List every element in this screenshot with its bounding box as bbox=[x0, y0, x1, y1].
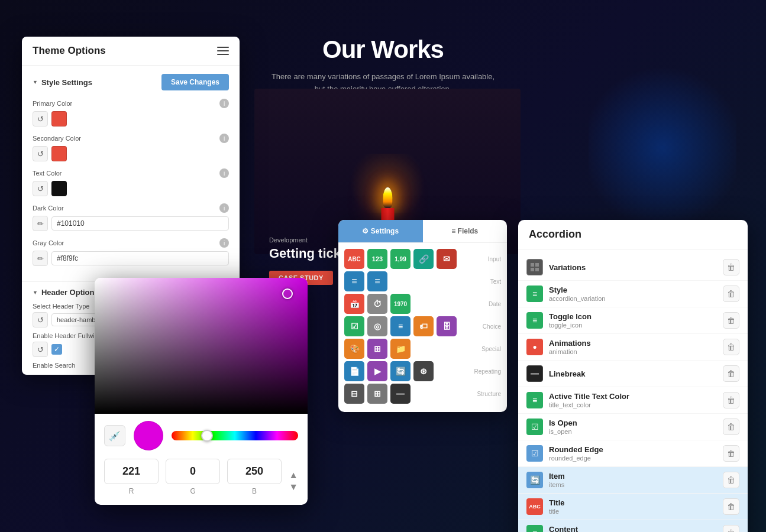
text-color-swatch[interactable] bbox=[51, 181, 67, 196]
dark-color-hex-input[interactable] bbox=[51, 216, 229, 231]
hue-slider[interactable] bbox=[172, 431, 298, 440]
field-choice-row: ☑ ◎ ≡ 🏷 🗄 Choice bbox=[344, 316, 501, 336]
content-delete-button[interactable]: 🗑 bbox=[723, 525, 739, 532]
field-icon-repeat[interactable]: 🔄 bbox=[390, 361, 411, 381]
field-icon-select[interactable]: ≡ bbox=[390, 316, 411, 336]
accordion-item-variations[interactable]: Variations 🗑 bbox=[518, 254, 748, 281]
rgb-decrement-icon[interactable]: ▼ bbox=[289, 482, 298, 492]
primary-color-reset-button[interactable]: ↺ bbox=[33, 111, 48, 126]
toggle-icon-name: Toggle Icon bbox=[549, 312, 717, 321]
rgb-b-input[interactable] bbox=[227, 459, 282, 484]
dark-color-info-icon[interactable]: i bbox=[219, 203, 229, 213]
color-picker-gradient[interactable] bbox=[95, 278, 308, 414]
fullwidth-checkbox[interactable]: ✓ bbox=[51, 344, 62, 355]
variations-delete-button[interactable]: 🗑 bbox=[723, 259, 739, 275]
secondary-color-reset-button[interactable]: ↺ bbox=[33, 146, 48, 161]
header-type-reset-button[interactable]: ↺ bbox=[33, 312, 48, 327]
animations-delete-button[interactable]: 🗑 bbox=[723, 339, 739, 355]
field-icon-tag[interactable]: 🏷 bbox=[413, 316, 434, 336]
accordion-item-item[interactable]: 🔄 Item items 🗑 bbox=[518, 467, 748, 494]
field-section-label-text: Text bbox=[490, 278, 501, 285]
title-sub: title bbox=[549, 508, 717, 515]
field-icon-matrix[interactable]: ⊞ bbox=[367, 339, 387, 359]
title-name: Title bbox=[549, 498, 717, 507]
dark-color-edit-button[interactable]: ✏ bbox=[33, 216, 48, 231]
dark-color-label: Dark Color bbox=[33, 205, 64, 212]
primary-color-swatch[interactable] bbox=[51, 111, 67, 126]
gray-color-hex-input[interactable] bbox=[51, 251, 229, 265]
field-icon-struct1[interactable]: ⊟ bbox=[344, 384, 364, 404]
field-icon-video[interactable]: ▶ bbox=[367, 361, 387, 381]
theme-panel-title: Theme Options bbox=[33, 45, 106, 57]
rgb-r-input[interactable] bbox=[104, 459, 159, 484]
rounded-edge-delete-button[interactable]: 🗑 bbox=[723, 445, 739, 462]
field-icon-file[interactable]: 📁 bbox=[390, 339, 411, 359]
fullwidth-reset-button[interactable]: ↺ bbox=[33, 342, 48, 357]
rgb-g-input[interactable] bbox=[166, 459, 220, 484]
field-icon-struct3[interactable]: — bbox=[390, 384, 411, 404]
rgb-increment-icon[interactable]: ▲ bbox=[289, 471, 298, 480]
rounded-edge-name: Rounded Edge bbox=[549, 445, 717, 454]
accordion-item-style[interactable]: ≡ Style accordion_variation 🗑 bbox=[518, 281, 748, 307]
accordion-item-toggle-icon[interactable]: ≡ Toggle Icon toggle_icon 🗑 bbox=[518, 307, 748, 334]
style-delete-button[interactable]: 🗑 bbox=[723, 286, 739, 302]
save-changes-button[interactable]: Save Changes bbox=[161, 74, 229, 90]
accordion-item-is-open[interactable]: ☑ Is Open is_open 🗑 bbox=[518, 414, 748, 440]
dark-color-row: Dark Color i ✏ bbox=[33, 203, 229, 231]
secondary-color-info-icon[interactable]: i bbox=[219, 134, 229, 143]
field-icon-123[interactable]: 123 bbox=[367, 249, 387, 269]
fields-tabs: ⚙ Settings ≡ Fields bbox=[338, 220, 507, 243]
text-color-reset-button[interactable]: ↺ bbox=[33, 181, 48, 196]
accordion-item-title[interactable]: ABC Title title 🗑 bbox=[518, 494, 748, 520]
field-icon-db[interactable]: 🗄 bbox=[437, 316, 457, 336]
field-icon-link[interactable]: 🔗 bbox=[413, 249, 434, 269]
accordion-item-content[interactable]: ≡ Content text 🗑 bbox=[518, 520, 748, 532]
field-icon-text1[interactable]: ≡ bbox=[344, 271, 364, 291]
primary-color-info-icon[interactable]: i bbox=[219, 99, 229, 108]
field-icon-color[interactable]: 🎨 bbox=[344, 339, 364, 359]
field-icon-email[interactable]: ✉ bbox=[437, 249, 457, 269]
field-icon-stack[interactable]: ⊛ bbox=[413, 361, 434, 381]
item-delete-button[interactable]: 🗑 bbox=[723, 472, 739, 488]
field-icon-radio[interactable]: ◎ bbox=[367, 316, 387, 336]
tab-settings[interactable]: ⚙ Settings bbox=[338, 220, 423, 242]
toggle-icon-sub: toggle_icon bbox=[549, 322, 717, 329]
field-icon-calendar[interactable]: 📅 bbox=[344, 294, 364, 314]
field-icon-text2[interactable]: ≡ bbox=[367, 271, 387, 291]
field-icon-199[interactable]: 1,99 bbox=[390, 249, 411, 269]
linebreak-delete-button[interactable]: 🗑 bbox=[723, 365, 739, 382]
field-icon-struct2[interactable]: ⊞ bbox=[367, 384, 387, 404]
rgb-g-field: G bbox=[166, 459, 220, 495]
active-title-text-color-name: Active Title Text Color bbox=[549, 392, 717, 401]
field-special-row: 🎨 ⊞ 📁 Special bbox=[344, 339, 501, 359]
active-title-text-color-delete-button[interactable]: 🗑 bbox=[723, 392, 739, 408]
field-icon-timer[interactable]: ⏱ bbox=[367, 294, 387, 314]
is-open-delete-button[interactable]: 🗑 bbox=[723, 419, 739, 435]
accordion-item-active-title-text-color[interactable]: ≡ Active Title Text Color title_text_col… bbox=[518, 387, 748, 414]
secondary-color-swatch[interactable] bbox=[51, 146, 67, 161]
title-delete-button[interactable]: 🗑 bbox=[723, 498, 739, 515]
hamburger-menu-icon[interactable] bbox=[217, 47, 229, 55]
toggle-icon-icon: ≡ bbox=[526, 312, 543, 329]
accordion-item-rounded-edge[interactable]: ☑ Rounded Edge rounded_edge 🗑 bbox=[518, 440, 748, 467]
gray-color-edit-button[interactable]: ✏ bbox=[33, 251, 48, 266]
tab-fields[interactable]: ≡ Fields bbox=[423, 220, 508, 242]
field-icon-abc[interactable]: ABC bbox=[344, 249, 364, 269]
svg-rect-0 bbox=[531, 263, 534, 267]
text-color-info-icon[interactable]: i bbox=[219, 168, 229, 178]
accordion-item-linebreak[interactable]: — Linebreak 🗑 bbox=[518, 361, 748, 387]
linebreak-name: Linebreak bbox=[549, 369, 717, 378]
rgb-inputs: R G B ▲ ▼ bbox=[95, 450, 308, 495]
gray-color-info-icon[interactable]: i bbox=[219, 238, 229, 248]
eyedropper-button[interactable]: 💉 bbox=[104, 425, 125, 446]
style-settings-header: Style Settings Save Changes bbox=[33, 74, 229, 90]
animations-icon: ● bbox=[526, 339, 543, 355]
style-icon: ≡ bbox=[526, 286, 543, 302]
field-icon-doc[interactable]: 📄 bbox=[344, 361, 364, 381]
accordion-item-animations[interactable]: ● Animations animation 🗑 bbox=[518, 334, 748, 361]
toggle-icon-delete-button[interactable]: 🗑 bbox=[723, 312, 739, 329]
gray-color-label: Gray Color bbox=[33, 239, 64, 246]
item-name: Item bbox=[549, 472, 717, 481]
field-icon-checkbox[interactable]: ☑ bbox=[344, 316, 364, 336]
field-icon-year[interactable]: 1970 bbox=[390, 294, 411, 314]
